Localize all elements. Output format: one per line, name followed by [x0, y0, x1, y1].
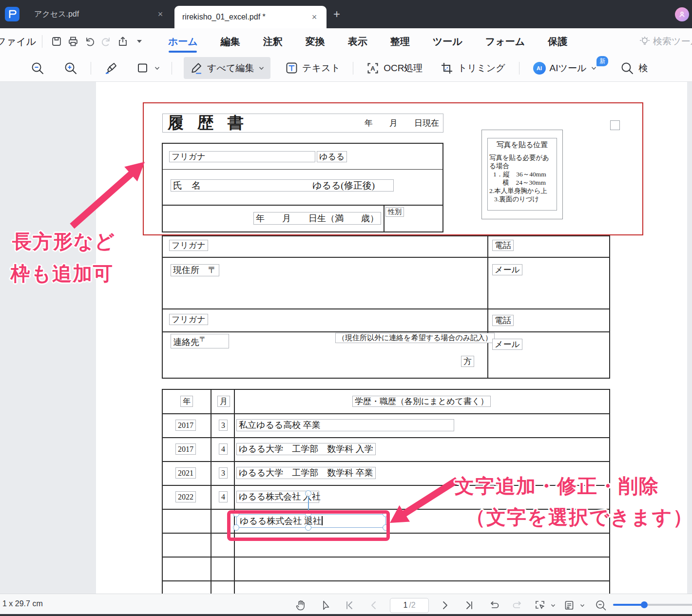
tab-convert[interactable]: 変換: [306, 35, 325, 48]
share-icon[interactable]: [115, 33, 131, 50]
document-workspace: 履 歴 書 年 月 日現在 フリガナ ゆるる 氏 名 ゆるる(修正後) 年 月 …: [0, 82, 692, 594]
pdfelement-logo-icon: [5, 7, 19, 21]
zoom-out-status-icon[interactable]: [593, 597, 609, 614]
page-display-button[interactable]: [563, 599, 585, 611]
page-number-input[interactable]: 1 /2: [390, 598, 429, 613]
hand-tool-icon[interactable]: [292, 597, 309, 614]
zoom-slider[interactable]: [613, 604, 692, 606]
toolbar-collapse-icon[interactable]: [131, 33, 148, 50]
chevron-down-icon: [154, 66, 160, 70]
tab-protect[interactable]: 保護: [548, 35, 567, 48]
tab-view[interactable]: 表示: [348, 35, 367, 48]
ribbon-tabs: ホーム 編集 注釈 変換 表示 整理 ツール フォーム 保護: [168, 35, 567, 48]
redo-icon[interactable]: [98, 33, 115, 50]
annotation-right-line1: 文字追加・修正・削除: [455, 473, 659, 500]
annotation-right-line2: （文字を選択できます）: [466, 504, 692, 531]
edit-all-label: すべて編集: [207, 62, 254, 75]
edit-all-button[interactable]: すべて編集: [184, 57, 270, 79]
tab-rirekisho-pdf[interactable]: rirekisho_01_excel.pdf * ×: [174, 6, 327, 28]
close-icon[interactable]: ×: [155, 9, 166, 19]
search-button[interactable]: 検: [620, 61, 648, 76]
select-box-icon: [534, 599, 546, 611]
undo-icon[interactable]: [81, 33, 98, 50]
right-arrow: [390, 477, 459, 523]
next-page-icon[interactable]: [437, 597, 453, 614]
new-tab-button[interactable]: +: [333, 7, 340, 21]
save-icon[interactable]: [48, 33, 65, 50]
tab-access-pdf[interactable]: アクセス.pdf ×: [28, 9, 174, 19]
tab-label: アクセス.pdf: [34, 9, 79, 19]
page-size-label: 1 x 29.7 cm: [2, 599, 43, 608]
svg-text:A: A: [370, 65, 375, 72]
select-mode-button[interactable]: [534, 599, 556, 611]
search-icon: [620, 61, 634, 76]
ai-icon: AI: [533, 62, 546, 75]
tab-form[interactable]: フォーム: [485, 35, 525, 48]
text-icon: [285, 61, 298, 75]
zoom-out-icon[interactable]: [29, 60, 46, 77]
search-label: 検: [638, 62, 648, 75]
zoom-slider-fill: [613, 604, 644, 606]
chevron-down-icon: [259, 66, 264, 70]
ocr-button[interactable]: A OCR処理: [366, 61, 423, 75]
new-badge: 新: [596, 56, 608, 66]
crop-button[interactable]: トリミング: [440, 61, 505, 75]
annotation-left-line2: 枠も追加可: [11, 260, 114, 287]
text-tool-button[interactable]: テキスト: [285, 61, 340, 75]
bulb-icon: [639, 36, 650, 47]
menu-bar: ファイル ホーム 編集 注釈 変換 表示 整理 ツール フォーム 保護 検索ツー…: [0, 28, 692, 55]
tab-home[interactable]: ホーム: [168, 35, 198, 48]
close-icon[interactable]: ×: [309, 12, 320, 22]
tab-comment[interactable]: 注釈: [263, 35, 283, 48]
page-current: 1: [403, 601, 407, 610]
crop-icon: [440, 61, 454, 75]
shape-tool[interactable]: [136, 61, 160, 75]
search-tools-label: 検索ツール: [653, 35, 692, 48]
page-layout-icon: [563, 599, 575, 611]
previous-view-icon[interactable]: [485, 597, 502, 614]
page-total: /2: [409, 601, 415, 610]
text-tool-label: テキスト: [302, 62, 340, 75]
highlighter-icon[interactable]: [103, 60, 119, 77]
first-page-icon[interactable]: [341, 597, 358, 614]
next-view-icon[interactable]: [510, 597, 526, 614]
window-tab-bar: アクセス.pdf × rirekisho_01_excel.pdf * × +: [0, 0, 692, 28]
zoom-in-icon[interactable]: [62, 60, 79, 77]
select-tool-icon[interactable]: [317, 597, 333, 614]
zoom-slider-thumb[interactable]: [641, 601, 648, 608]
ocr-label: OCR処理: [384, 62, 423, 75]
ocr-icon: A: [366, 61, 380, 75]
tab-tools[interactable]: ツール: [433, 35, 462, 48]
file-menu[interactable]: ファイル: [0, 35, 36, 48]
left-arrow: [70, 162, 145, 229]
divider: [42, 35, 42, 48]
rectangle-shape-icon: [136, 61, 150, 75]
crop-label: トリミング: [458, 62, 505, 75]
print-icon[interactable]: [65, 33, 81, 50]
tab-label: rirekisho_01_excel.pdf *: [182, 13, 266, 21]
account-avatar[interactable]: [675, 7, 689, 21]
status-bar: 1 x 29.7 cm 1 /2: [0, 594, 692, 616]
tool-bar: すべて編集 テキスト A OCR処理 トリミング AI AIツール 新 検: [0, 55, 692, 82]
ai-tools-label: AIツール: [550, 62, 587, 75]
chevron-down-icon: [551, 604, 556, 607]
annotation-left-line1: 長方形など: [12, 228, 115, 255]
pencil-icon: [190, 61, 203, 75]
ai-tools-button[interactable]: AI AIツール 新: [533, 62, 597, 75]
prev-page-icon[interactable]: [365, 597, 382, 614]
search-tools-button[interactable]: 検索ツール: [639, 35, 692, 48]
chevron-down-icon: [591, 66, 596, 70]
tab-organize[interactable]: 整理: [390, 35, 410, 48]
tab-edit[interactable]: 編集: [221, 35, 240, 48]
last-page-icon[interactable]: [461, 597, 478, 614]
chevron-down-icon: [580, 604, 585, 607]
